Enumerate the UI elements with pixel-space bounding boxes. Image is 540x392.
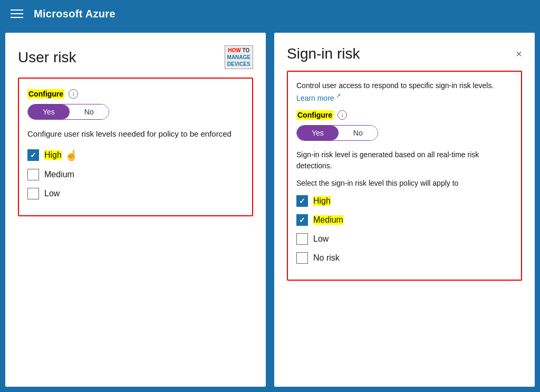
user-risk-info-icon[interactable]: i <box>69 89 78 99</box>
signin-risk-no-button[interactable]: No <box>339 126 378 140</box>
signin-risk-low-label: Low <box>313 234 329 244</box>
signin-risk-info-icon[interactable]: i <box>338 110 347 120</box>
hamburger-menu[interactable] <box>11 9 23 18</box>
user-risk-configure-row: Configure i <box>27 89 244 99</box>
watermark-devices: DEVICES <box>227 61 250 67</box>
cursor-icon: ☝ <box>65 149 78 161</box>
header-title: Microsoft Azure <box>34 8 115 20</box>
user-risk-toggle[interactable]: Yes No <box>27 104 109 120</box>
watermark-manage: MANAGE <box>227 54 250 60</box>
signin-risk-toggle[interactable]: Yes No <box>296 125 378 141</box>
signin-risk-norisk-row: No risk <box>296 252 513 264</box>
signin-risk-medium-checkbox[interactable] <box>296 214 308 226</box>
user-risk-low-label: Low <box>44 189 60 198</box>
signin-risk-medium-row: Medium <box>296 214 513 226</box>
signin-risk-info-text: Sign-in risk level is generated based on… <box>296 149 513 171</box>
signin-risk-yes-button[interactable]: Yes <box>297 126 339 140</box>
signin-risk-configure-row: Configure i <box>296 110 513 120</box>
signin-risk-header: Sign-in risk × <box>287 45 522 62</box>
signin-risk-norisk-label: No risk <box>313 253 340 263</box>
learn-more-link[interactable]: Learn more ↗ <box>296 94 341 102</box>
user-risk-high-checkbox[interactable] <box>27 149 39 161</box>
user-risk-header: User risk HOW TO MANAGE DEVICES <box>18 45 253 69</box>
user-risk-configure-label: Configure <box>27 89 64 99</box>
signin-risk-close-button[interactable]: × <box>516 49 522 59</box>
user-risk-high-row: High ☝ <box>27 149 244 161</box>
content-area: User risk HOW TO MANAGE DEVICES Configur… <box>0 27 540 392</box>
signin-risk-title: Sign-in risk <box>287 45 360 62</box>
signin-risk-high-label: High <box>313 196 331 206</box>
external-link-icon: ↗ <box>336 92 341 99</box>
user-risk-panel: User risk HOW TO MANAGE DEVICES Configur… <box>5 33 266 387</box>
signin-risk-norisk-checkbox[interactable] <box>296 252 308 264</box>
user-risk-low-checkbox[interactable] <box>27 188 39 199</box>
user-risk-yes-button[interactable]: Yes <box>28 104 70 119</box>
signin-risk-panel: Sign-in risk × Control user access to re… <box>274 33 535 387</box>
azure-header: Microsoft Azure <box>0 0 540 27</box>
signin-risk-description: Control user access to respond to specif… <box>296 80 513 104</box>
user-risk-medium-label: Medium <box>44 170 74 179</box>
signin-risk-low-checkbox[interactable] <box>296 233 308 245</box>
signin-risk-low-row: Low <box>296 233 513 245</box>
user-risk-title: User risk <box>18 49 76 66</box>
watermark: HOW TO MANAGE DEVICES <box>225 45 253 69</box>
user-risk-no-button[interactable]: No <box>70 104 109 119</box>
user-risk-medium-checkbox[interactable] <box>27 169 39 180</box>
user-risk-high-label: High <box>44 150 62 160</box>
signin-risk-high-checkbox[interactable] <box>296 195 308 207</box>
watermark-how: HOW <box>228 47 240 53</box>
signin-risk-select-text: Select the sign-in risk level this polic… <box>296 178 513 189</box>
user-risk-medium-row: Medium <box>27 169 244 180</box>
watermark-to: TO <box>241 47 249 53</box>
signin-risk-high-row: High <box>296 195 513 207</box>
user-risk-low-row: Low <box>27 188 244 199</box>
signin-risk-medium-label: Medium <box>313 215 343 225</box>
user-risk-section-text: Configure user risk levels needed for po… <box>27 128 244 140</box>
signin-risk-configure-label: Configure <box>296 110 333 120</box>
user-risk-config-box: Configure i Yes No Configure user risk l… <box>18 78 253 216</box>
signin-risk-config-box: Control user access to respond to specif… <box>287 71 522 281</box>
